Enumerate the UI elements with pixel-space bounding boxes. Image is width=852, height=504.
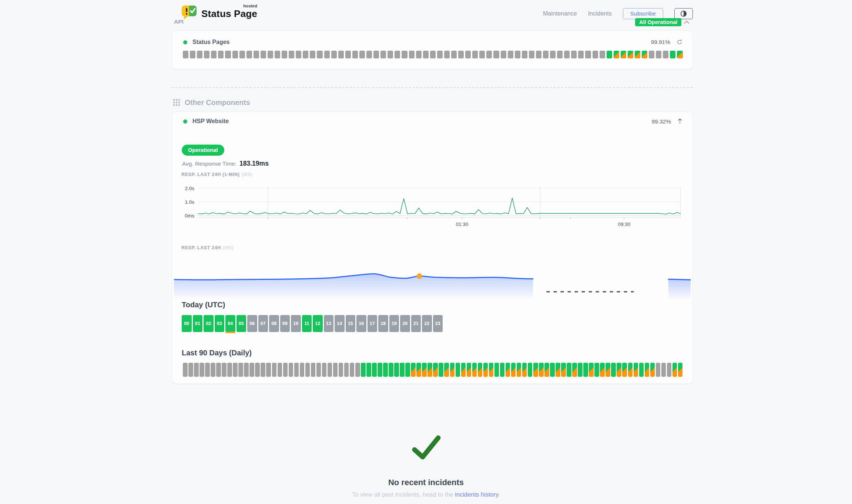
- uptime-bar[interactable]: [355, 363, 360, 377]
- uptime-bar[interactable]: [522, 51, 527, 58]
- uptime-bar[interactable]: [296, 51, 301, 58]
- uptime-bar[interactable]: [305, 363, 310, 377]
- uptime-bar[interactable]: [361, 363, 366, 377]
- uptime-bar[interactable]: [373, 51, 379, 58]
- uptime-bar[interactable]: [205, 363, 210, 377]
- uptime-bar[interactable]: [634, 363, 638, 377]
- uptime-bar[interactable]: [550, 51, 556, 58]
- uptime-bar[interactable]: [310, 51, 315, 58]
- hour-block[interactable]: 14: [335, 315, 345, 332]
- response-time-daily-chart[interactable]: [174, 258, 691, 302]
- uptime-bar[interactable]: [268, 51, 273, 58]
- uptime-bar[interactable]: [338, 51, 344, 58]
- uptime-bar[interactable]: [289, 51, 294, 58]
- uptime-bar[interactable]: [578, 363, 583, 377]
- uptime-bar[interactable]: [621, 51, 626, 58]
- uptime-bar[interactable]: [672, 363, 677, 377]
- uptime-bar[interactable]: [378, 363, 382, 377]
- uptime-bar[interactable]: [593, 51, 598, 58]
- uptime-bar[interactable]: [607, 51, 612, 58]
- uptime-bar[interactable]: [467, 363, 472, 377]
- uptime-bar[interactable]: [611, 363, 616, 377]
- uptime-bar[interactable]: [339, 363, 343, 377]
- uptime-bar[interactable]: [345, 51, 351, 58]
- uptime-bar[interactable]: [333, 363, 338, 377]
- uptime-bar[interactable]: [225, 51, 231, 58]
- uptime-bar[interactable]: [331, 51, 337, 58]
- uptime-bar[interactable]: [266, 363, 271, 377]
- uptime-bar[interactable]: [272, 363, 277, 377]
- uptime-bar[interactable]: [359, 51, 365, 58]
- uptime-bar[interactable]: [246, 51, 252, 58]
- uptime-bar[interactable]: [561, 363, 566, 377]
- uptime-bar[interactable]: [479, 51, 485, 58]
- uptime-bar[interactable]: [501, 51, 506, 58]
- uptime-bar[interactable]: [589, 363, 594, 377]
- uptime-bar[interactable]: [614, 51, 619, 58]
- uptime-bar[interactable]: [564, 51, 570, 58]
- uptime-bar[interactable]: [344, 363, 349, 377]
- uptime-bar[interactable]: [239, 51, 245, 58]
- uptime-bar[interactable]: [450, 363, 455, 377]
- uptime-bar[interactable]: [222, 363, 227, 377]
- nav-incidents[interactable]: Incidents: [588, 10, 612, 17]
- uptime-bar[interactable]: [416, 363, 421, 377]
- uptime-bar[interactable]: [300, 363, 305, 377]
- hour-block[interactable]: 22: [422, 315, 432, 332]
- nav-maintenance[interactable]: Maintenance: [543, 10, 577, 17]
- uptime-bar[interactable]: [578, 51, 584, 58]
- all-operational-badge[interactable]: All Operational: [635, 18, 681, 26]
- uptime-bar[interactable]: [486, 51, 492, 58]
- uptime-bar[interactable]: [500, 363, 505, 377]
- uptime-bar[interactable]: [322, 363, 327, 377]
- uptime-bar[interactable]: [544, 363, 549, 377]
- uptime-bar[interactable]: [585, 51, 591, 58]
- hour-block[interactable]: 11: [302, 315, 312, 332]
- uptime-bar[interactable]: [556, 363, 560, 377]
- uptime-bar[interactable]: [656, 51, 661, 58]
- uptime-bar[interactable]: [400, 363, 405, 377]
- hour-block[interactable]: 10: [291, 315, 301, 332]
- hour-block[interactable]: 04: [225, 315, 235, 332]
- hour-block[interactable]: 02: [204, 315, 214, 332]
- uptime-bar[interactable]: [197, 51, 202, 58]
- refresh-icon[interactable]: [676, 39, 683, 45]
- chevron-up-icon[interactable]: [683, 19, 690, 25]
- uptime-bar[interactable]: [216, 363, 221, 377]
- uptime-bar[interactable]: [395, 51, 400, 58]
- uptime-bar[interactable]: [628, 363, 633, 377]
- uptime-bar[interactable]: [645, 363, 650, 377]
- uptime-bar[interactable]: [249, 363, 254, 377]
- uptime-bar[interactable]: [439, 363, 443, 377]
- hour-block[interactable]: 06: [247, 315, 257, 332]
- uptime-bar[interactable]: [388, 51, 393, 58]
- uptime-bar[interactable]: [639, 363, 644, 377]
- uptime-bar[interactable]: [606, 363, 610, 377]
- uptime-bar[interactable]: [594, 363, 599, 377]
- uptime-bar[interactable]: [493, 51, 499, 58]
- uptime-bar[interactable]: [255, 363, 260, 377]
- uptime-bar[interactable]: [232, 51, 238, 58]
- uptime-bar[interactable]: [433, 363, 438, 377]
- uptime-bar[interactable]: [617, 363, 621, 377]
- uptime-bar[interactable]: [218, 51, 224, 58]
- uptime-bar[interactable]: [303, 51, 308, 58]
- incidents-history-link[interactable]: incidents history: [455, 491, 498, 498]
- uptime-bar[interactable]: [444, 51, 450, 58]
- uptime-bar[interactable]: [328, 363, 332, 377]
- uptime-bar[interactable]: [515, 51, 520, 58]
- hour-block[interactable]: 17: [368, 315, 378, 332]
- hour-block[interactable]: 08: [269, 315, 279, 332]
- uptime-bar[interactable]: [667, 363, 672, 377]
- uptime-bar[interactable]: [383, 363, 388, 377]
- uptime-bar[interactable]: [233, 363, 238, 377]
- uptime-bar[interactable]: [543, 51, 549, 58]
- uptime-bar[interactable]: [427, 363, 432, 377]
- uptime-bar[interactable]: [402, 51, 407, 58]
- hour-block[interactable]: 07: [258, 315, 268, 332]
- uptime-bar[interactable]: [261, 363, 265, 377]
- hour-block[interactable]: 12: [313, 315, 323, 332]
- uptime-bar[interactable]: [557, 51, 563, 58]
- uptime-bar[interactable]: [188, 363, 193, 377]
- uptime-bar[interactable]: [211, 363, 215, 377]
